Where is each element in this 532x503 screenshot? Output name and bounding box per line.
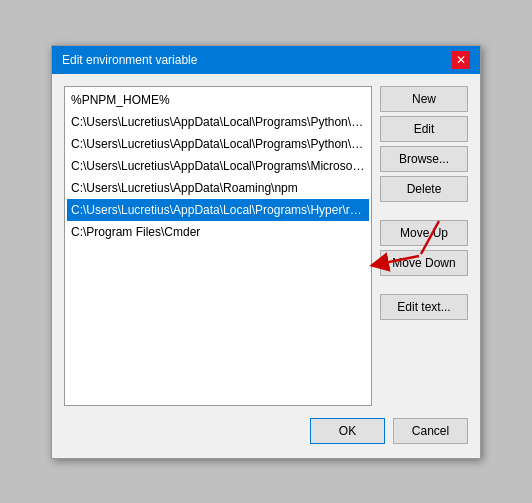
buttons-panel: New Edit Browse... Delete Move Up Move D… bbox=[380, 86, 468, 406]
list-item[interactable]: %PNPM_HOME% bbox=[67, 89, 369, 111]
title-bar: Edit environment variable ✕ bbox=[52, 46, 480, 74]
cancel-button[interactable]: Cancel bbox=[393, 418, 468, 444]
edit-button[interactable]: Edit bbox=[380, 116, 468, 142]
move-down-button[interactable]: Move Down bbox=[380, 250, 468, 276]
close-button[interactable]: ✕ bbox=[452, 51, 470, 69]
list-item[interactable]: C:\Users\Lucretius\AppData\Local\Program… bbox=[67, 133, 369, 155]
dialog-title: Edit environment variable bbox=[62, 53, 197, 67]
list-item[interactable]: C:\Users\Lucretius\AppData\Roaming\npm bbox=[67, 177, 369, 199]
delete-button[interactable]: Delete bbox=[380, 176, 468, 202]
list-item[interactable]: C:\Users\Lucretius\AppData\Local\Program… bbox=[67, 199, 369, 221]
bottom-buttons: OK Cancel bbox=[64, 414, 468, 446]
env-variable-list[interactable]: %PNPM_HOME%C:\Users\Lucretius\AppData\Lo… bbox=[64, 86, 372, 406]
browse-button[interactable]: Browse... bbox=[380, 146, 468, 172]
new-button[interactable]: New bbox=[380, 86, 468, 112]
list-item[interactable]: C:\Users\Lucretius\AppData\Local\Program… bbox=[67, 111, 369, 133]
edit-text-button[interactable]: Edit text... bbox=[380, 294, 468, 320]
ok-button[interactable]: OK bbox=[310, 418, 385, 444]
list-item[interactable]: C:\Users\Lucretius\AppData\Local\Program… bbox=[67, 155, 369, 177]
list-item[interactable]: C:\Program Files\Cmder bbox=[67, 221, 369, 243]
dialog-content: %PNPM_HOME%C:\Users\Lucretius\AppData\Lo… bbox=[52, 74, 480, 458]
move-up-button[interactable]: Move Up bbox=[380, 220, 468, 246]
main-area: %PNPM_HOME%C:\Users\Lucretius\AppData\Lo… bbox=[64, 86, 468, 406]
dialog: Edit environment variable ✕ %PNPM_HOME%C… bbox=[51, 45, 481, 459]
